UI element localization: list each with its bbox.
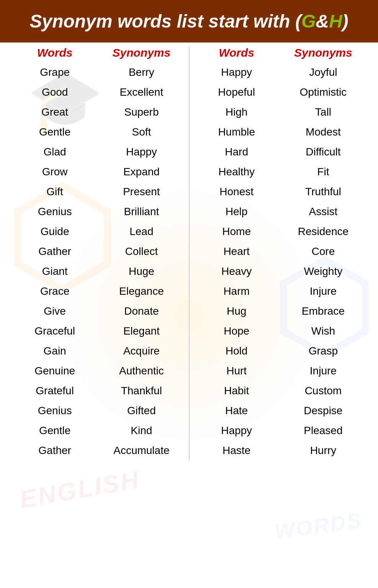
right-row: Healthy Fit (193, 162, 367, 182)
text-watermark-1: ENGLISH (18, 465, 142, 514)
word-cell: Glad (11, 146, 98, 158)
word-cell: Hopeful (193, 86, 280, 98)
synonym-cell: Soft (98, 126, 185, 138)
right-row: Happy Pleased (193, 421, 367, 441)
synonym-cell: Injure (280, 285, 367, 297)
synonym-cell: Embrace (280, 305, 367, 317)
word-cell: Healthy (193, 166, 280, 178)
left-row: Gentle Soft (11, 122, 185, 142)
synonym-cell: Excellent (98, 86, 185, 98)
synonym-cell: Hurry (280, 444, 367, 457)
right-row: Heart Core (193, 242, 367, 261)
synonym-cell: Despise (280, 405, 367, 417)
left-row: Genius Brilliant (11, 202, 185, 222)
synonym-cell: Authentic (98, 365, 185, 377)
left-row: Glad Happy (11, 142, 185, 162)
right-row: High Tall (193, 102, 367, 122)
word-cell: Hug (193, 305, 280, 317)
synonym-cell: Present (98, 186, 185, 198)
synonym-cell: Wish (280, 325, 367, 337)
column-divider (189, 46, 190, 461)
synonym-cell: Weighty (280, 265, 367, 278)
word-cell: Great (11, 106, 98, 118)
synonym-cell: Acquire (98, 345, 185, 357)
word-cell: Giant (11, 265, 98, 278)
word-cell: Grow (11, 166, 98, 178)
columns-wrapper: Words Synonyms Grape Berry Good Excellen… (11, 46, 367, 461)
word-cell: Genuine (11, 365, 98, 377)
text-watermark-2: WORDS (273, 508, 364, 544)
left-row: Genuine Authentic (11, 361, 185, 381)
word-cell: Hold (193, 345, 280, 357)
synonym-cell: Truthful (280, 186, 367, 198)
word-cell: Genius (11, 206, 98, 218)
synonym-cell: Modest (280, 126, 367, 138)
right-row: Hurt Injure (193, 361, 367, 381)
synonym-cell: Happy (98, 146, 185, 158)
right-row: Hope Wish (193, 321, 367, 341)
title-h: H (329, 11, 342, 31)
left-column-pair: Words Synonyms Grape Berry Good Excellen… (11, 46, 185, 461)
synonym-cell: Superb (98, 106, 185, 118)
right-column-headers: Words Synonyms (193, 46, 367, 59)
header: Synonym words list start with (G&H) (0, 0, 378, 42)
left-words-header: Words (11, 46, 98, 59)
right-row: Heavy Weighty (193, 261, 367, 281)
right-rows: Happy Joyful Hopeful Optimistic High Tal… (193, 62, 367, 461)
left-column-headers: Words Synonyms (11, 46, 185, 59)
synonym-cell: Elegance (98, 285, 185, 297)
right-row: Harm Injure (193, 281, 367, 301)
synonym-cell: Gifted (98, 405, 185, 417)
left-row: Genius Gifted (11, 401, 185, 421)
left-row: Gather Accumulate (11, 441, 185, 461)
word-cell: Home (193, 225, 280, 238)
title-text-start: Synonym words list start with ( (29, 11, 301, 31)
right-row: Hug Embrace (193, 301, 367, 321)
synonym-cell: Kind (98, 425, 185, 437)
word-cell: Happy (193, 425, 280, 437)
word-cell: Graceful (11, 325, 98, 337)
word-cell: Honest (193, 186, 280, 198)
synonym-cell: Expand (98, 166, 185, 178)
word-cell: Give (11, 305, 98, 317)
right-row: Haste Hurry (193, 441, 367, 461)
left-rows: Grape Berry Good Excellent Great Superb … (11, 62, 185, 461)
synonym-cell: Assist (280, 206, 367, 218)
left-row: Grateful Thankful (11, 381, 185, 401)
word-cell: Grape (11, 66, 98, 78)
word-cell: Genius (11, 405, 98, 417)
right-column-pair: Words Synonyms Happy Joyful Hopeful Opti… (193, 46, 367, 461)
left-synonyms-header: Synonyms (98, 46, 185, 59)
left-row: Gain Acquire (11, 341, 185, 361)
word-cell: Habit (193, 385, 280, 397)
right-words-header: Words (193, 46, 280, 59)
synonym-cell: Tall (280, 106, 367, 118)
right-row: Help Assist (193, 202, 367, 222)
word-cell: Heart (193, 245, 280, 258)
word-cell: Hate (193, 405, 280, 417)
word-cell: Help (193, 206, 280, 218)
title-g: G (301, 11, 316, 31)
synonym-cell: Optimistic (280, 86, 367, 98)
left-row: Grape Berry (11, 62, 185, 82)
synonym-cell: Residence (280, 225, 367, 238)
synonym-cell: Brilliant (98, 206, 185, 218)
word-cell: Happy (193, 66, 280, 78)
synonym-cell: Difficult (280, 146, 367, 158)
word-cell: Grace (11, 285, 98, 297)
synonym-cell: Pleased (280, 425, 367, 437)
synonym-cell: Elegant (98, 325, 185, 337)
left-row: Gentle Kind (11, 421, 185, 441)
left-row: Graceful Elegant (11, 321, 185, 341)
right-synonyms-header: Synonyms (280, 46, 367, 59)
right-row: Humble Modest (193, 122, 367, 142)
word-cell: Gentle (11, 126, 98, 138)
synonym-cell: Grasp (280, 345, 367, 357)
synonym-cell: Donate (98, 305, 185, 317)
word-cell: Gain (11, 345, 98, 357)
right-row: Home Residence (193, 222, 367, 242)
right-row: Hate Despise (193, 401, 367, 421)
synonym-cell: Huge (98, 265, 185, 278)
left-row: Gift Present (11, 182, 185, 202)
word-cell: Harm (193, 285, 280, 297)
